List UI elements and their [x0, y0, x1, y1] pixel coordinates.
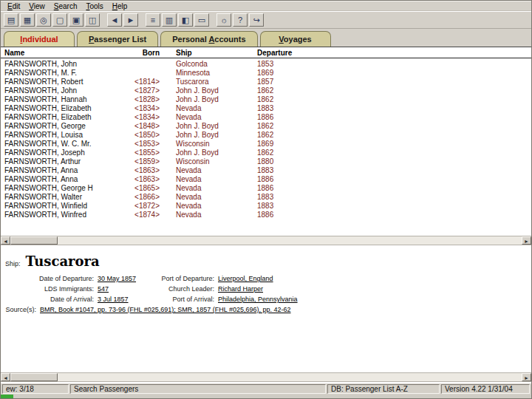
cell-departure: 1883	[257, 104, 301, 113]
list-view-icon[interactable]: ≡	[146, 13, 160, 27]
sources-value: BMR, Book #1047, pp. 73-96 (FHL #025,691…	[40, 306, 291, 313]
cell-born: <1848>	[117, 122, 160, 131]
cell-departure: 1883	[257, 193, 301, 202]
chart-icon[interactable]: ◧	[178, 13, 193, 27]
table-row[interactable]: FARNSWORTH, Hannah<1828>John J. Boyd1862	[1, 95, 531, 104]
scroll-right-icon[interactable]: ►	[522, 236, 531, 245]
cell-ship: Nevada	[176, 202, 254, 211]
tips-icon[interactable]: ☼	[216, 13, 231, 27]
table-row[interactable]: FARNSWORTH, Winfred<1874>Nevada1886	[1, 211, 531, 219]
cell-departure: 1862	[257, 95, 301, 104]
passenger-table-body: FARNSWORTH, JohnGolconda1853FARNSWORTH, …	[1, 60, 531, 219]
cell-name: FARNSWORTH, M. F.	[4, 69, 117, 78]
cell-ship: John J. Boyd	[176, 149, 254, 157]
table-row[interactable]: FARNSWORTH, W. C. Mr.<1853>Wisconsin1869	[1, 140, 531, 149]
scrollbar-track[interactable]	[58, 373, 522, 381]
menu-view[interactable]: View	[24, 2, 50, 10]
open-icon[interactable]: ▢	[52, 13, 67, 27]
cell-ship: Wisconsin	[176, 157, 254, 166]
nav-back-icon[interactable]: ◄	[107, 13, 122, 27]
table-row[interactable]: FARNSWORTH, Anna<1863>Nevada1886	[1, 175, 531, 184]
taskbar-item-green[interactable]	[1, 395, 13, 399]
table-row[interactable]: FARNSWORTH, Walter<1866>Nevada1883	[1, 193, 531, 202]
menu-help[interactable]: Help	[108, 2, 132, 10]
table-row[interactable]: FARNSWORTH, Arthur<1859>Wisconsin1880	[1, 157, 531, 166]
menu-search[interactable]: Search	[50, 2, 82, 10]
save-icon[interactable]: ▤	[4, 13, 18, 27]
cell-departure: 1862	[257, 122, 301, 131]
cell-ship: John J. Boyd	[176, 122, 254, 131]
tabbar: Individual Passenger List Personal Accou…	[1, 29, 531, 47]
table-row[interactable]: FARNSWORTH, JohnGolconda1853	[1, 60, 531, 69]
header-departure[interactable]: Departure	[257, 49, 292, 57]
cell-departure: 1869	[257, 69, 301, 78]
cell-ship: Tuscarora	[176, 78, 254, 86]
cell-ship: Golconda	[176, 60, 254, 69]
cell-name: FARNSWORTH, John	[4, 60, 117, 69]
cell-ship: John J. Boyd	[176, 86, 254, 95]
cell-ship: Nevada	[176, 113, 254, 122]
table-row[interactable]: FARNSWORTH, Elizabeth<1834>Nevada1886	[1, 113, 531, 122]
cell-ship: Nevada	[176, 184, 254, 193]
table-row[interactable]: FARNSWORTH, Anna<1863>Nevada1883	[1, 166, 531, 175]
cell-name: FARNSWORTH, W. C. Mr.	[4, 140, 117, 149]
notes-icon[interactable]: ▭	[194, 13, 209, 27]
exit-icon[interactable]: ↪	[249, 13, 264, 27]
scroll-left-icon[interactable]: ◄	[1, 236, 10, 245]
cell-departure: 1880	[257, 157, 301, 166]
cell-name: FARNSWORTH, Anna	[4, 166, 117, 175]
table-row[interactable]: FARNSWORTH, Louisa<1850>John J. Boyd1862	[1, 131, 531, 140]
scrollbar-track[interactable]	[58, 236, 522, 245]
header-ship[interactable]: Ship	[176, 49, 192, 57]
table-row[interactable]: FARNSWORTH, M. F.Minnesota1869	[1, 69, 531, 78]
header-name[interactable]: Name	[4, 49, 24, 57]
menu-tools[interactable]: Tools	[81, 2, 107, 10]
app-window: Edit View Search Tools Help ▤▦◎▢▣◫◄►≡▥◧▭…	[0, 0, 532, 399]
cell-departure: 1862	[257, 149, 301, 157]
tab-personal-accounts[interactable]: Personal Accounts	[160, 31, 257, 47]
cell-name: FARNSWORTH, Robert	[4, 78, 117, 86]
statusbar: ew: 3/18 Search Passengers DB: Passenger…	[1, 383, 531, 395]
cell-departure: 1886	[257, 211, 301, 219]
menu-edit[interactable]: Edit	[3, 2, 24, 10]
cell-name: FARNSWORTH, Joseph	[4, 149, 117, 157]
lds-immigrants-value: 547	[98, 285, 149, 293]
toolbar-separator	[210, 13, 216, 27]
table-row[interactable]: FARNSWORTH, John<1827>John J. Boyd1862	[1, 86, 531, 95]
scrollbar-thumb[interactable]	[10, 236, 58, 245]
detail-horizontal-scrollbar[interactable]: ◄ ►	[1, 372, 531, 382]
table-row[interactable]: FARNSWORTH, Robert<1814>Tuscarora1857	[1, 78, 531, 86]
tab-voyages[interactable]: Voyages	[260, 31, 331, 47]
cell-born: <1855>	[117, 149, 160, 157]
header-born[interactable]: Born	[119, 49, 160, 57]
table-row[interactable]: FARNSWORTH, George<1848>John J. Boyd1862	[1, 122, 531, 131]
church-leader-label: Church Leader:	[149, 285, 214, 293]
copy-icon[interactable]: ▣	[69, 13, 83, 27]
individual-record-icon[interactable]: ◫	[85, 13, 100, 27]
tab-passenger-list[interactable]: Passenger List	[77, 31, 158, 47]
table-row[interactable]: FARNSWORTH, Winfield<1872>Nevada1883	[1, 202, 531, 211]
cell-ship: Nevada	[176, 211, 254, 219]
help-icon[interactable]: ?	[233, 13, 248, 27]
search-icon[interactable]: ◎	[36, 13, 51, 27]
tab-individual[interactable]: Individual	[4, 31, 75, 47]
table-row[interactable]: FARNSWORTH, George H<1865>Nevada1886	[1, 184, 531, 193]
cell-ship: John J. Boyd	[176, 131, 254, 140]
cell-born: <1850>	[117, 131, 160, 140]
cell-born: <1866>	[117, 193, 160, 202]
cell-born: <1863>	[117, 175, 160, 184]
cell-name: FARNSWORTH, George H	[4, 184, 117, 193]
list-horizontal-scrollbar[interactable]: ◄ ►	[1, 236, 531, 245]
print-icon[interactable]: ▦	[20, 13, 35, 27]
table-row[interactable]: FARNSWORTH, Joseph<1855>John J. Boyd1862	[1, 149, 531, 157]
table-row[interactable]: FARNSWORTH, Elizabeth<1834>Nevada1883	[1, 104, 531, 113]
scroll-right-icon[interactable]: ►	[522, 373, 531, 381]
report-icon[interactable]: ▥	[162, 13, 177, 27]
cell-name: FARNSWORTH, Arthur	[4, 157, 117, 166]
scroll-left-icon[interactable]: ◄	[1, 373, 10, 381]
scrollbar-thumb[interactable]	[10, 373, 58, 381]
table-header: Name Born Ship Departure	[1, 47, 531, 58]
nav-forward-icon[interactable]: ►	[123, 13, 138, 27]
cell-ship: Nevada	[176, 175, 254, 184]
cell-departure: 1857	[257, 78, 301, 86]
